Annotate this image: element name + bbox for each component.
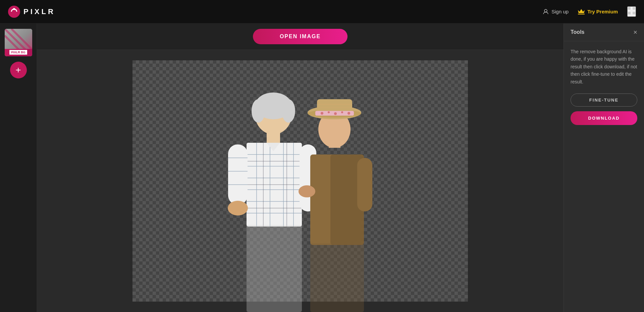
sign-up-label: Sign up bbox=[551, 9, 569, 14]
svg-point-1 bbox=[13, 8, 15, 10]
svg-rect-4 bbox=[633, 7, 635, 10]
couple-illustration bbox=[203, 77, 397, 312]
tools-header: Tools × bbox=[564, 23, 644, 41]
open-image-bar: OPEN IMAGE bbox=[37, 23, 564, 50]
svg-rect-55 bbox=[357, 158, 372, 211]
svg-point-51 bbox=[341, 111, 343, 113]
header-right: Sign up Try Premium bbox=[543, 6, 636, 17]
apps-grid-button[interactable] bbox=[627, 6, 636, 17]
pixlr-label-text: PIXLR BG bbox=[9, 50, 27, 55]
svg-rect-57 bbox=[247, 225, 302, 312]
pixlr-logo-icon bbox=[8, 6, 20, 18]
try-premium-label: Try Premium bbox=[587, 9, 618, 14]
svg-rect-16 bbox=[267, 133, 280, 143]
crown-icon bbox=[578, 9, 585, 14]
add-icon: + bbox=[15, 65, 21, 75]
main-layout: PIXLR BG + OPEN IMAGE bbox=[0, 23, 644, 312]
sign-up-button[interactable]: Sign up bbox=[543, 9, 569, 15]
open-image-label: OPEN IMAGE bbox=[280, 34, 321, 39]
fine-tune-label: FINE-TUNE bbox=[589, 98, 619, 103]
header: PIXLR Sign up Try Premium bbox=[0, 0, 644, 23]
open-image-button[interactable]: OPEN IMAGE bbox=[253, 29, 347, 44]
pixlr-bg-card[interactable]: PIXLR BG bbox=[5, 29, 32, 56]
svg-point-52 bbox=[347, 112, 350, 115]
download-label: DOWNLOAD bbox=[588, 116, 620, 121]
tools-close-button[interactable]: × bbox=[633, 29, 637, 36]
svg-point-0 bbox=[8, 6, 20, 18]
grid-icon bbox=[628, 7, 635, 14]
try-premium-button[interactable]: Try Premium bbox=[578, 9, 618, 14]
left-sidebar: PIXLR BG + bbox=[0, 23, 37, 312]
canvas-content bbox=[37, 50, 564, 312]
svg-point-14 bbox=[252, 99, 265, 123]
svg-point-15 bbox=[282, 99, 295, 123]
svg-rect-33 bbox=[228, 144, 248, 205]
logo-text: PIXLR bbox=[23, 7, 55, 16]
tools-description: The remove background AI is done, if you… bbox=[571, 48, 637, 85]
svg-rect-3 bbox=[628, 7, 631, 10]
svg-point-56 bbox=[299, 185, 315, 197]
svg-point-37 bbox=[228, 201, 248, 215]
fine-tune-button[interactable]: FINE-TUNE bbox=[571, 93, 637, 107]
pixlr-bg-label: PIXLR BG bbox=[5, 49, 32, 56]
tools-title: Tools bbox=[571, 29, 584, 35]
svg-point-48 bbox=[321, 112, 323, 115]
svg-rect-58 bbox=[310, 243, 364, 312]
svg-rect-6 bbox=[633, 12, 635, 14]
tools-body: The remove background AI is done, if you… bbox=[564, 41, 644, 312]
svg-rect-5 bbox=[628, 12, 631, 14]
user-icon bbox=[543, 9, 549, 15]
close-icon: × bbox=[633, 28, 637, 36]
tools-panel: Tools × The remove background AI is done… bbox=[564, 23, 644, 312]
svg-point-2 bbox=[544, 9, 547, 12]
svg-point-49 bbox=[328, 111, 330, 113]
svg-point-50 bbox=[334, 112, 337, 115]
add-button[interactable]: + bbox=[10, 62, 27, 78]
canvas-area: OPEN IMAGE bbox=[37, 23, 564, 312]
download-button[interactable]: DOWNLOAD bbox=[571, 111, 637, 125]
logo: PIXLR bbox=[8, 6, 55, 18]
